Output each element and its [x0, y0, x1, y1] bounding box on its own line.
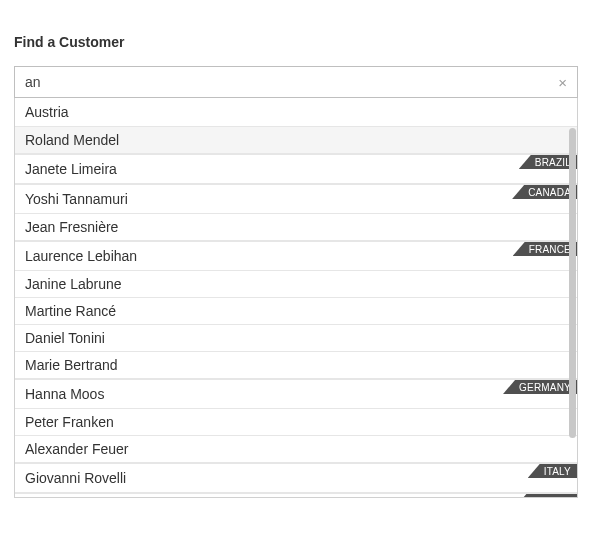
- list-item[interactable]: Jean Fresnière: [15, 214, 577, 241]
- group-header-austria: Austria: [15, 98, 577, 127]
- scrollbar-track[interactable]: [568, 128, 576, 496]
- list-item-label: Janete Limeira: [25, 161, 117, 177]
- list-item-label: Yoshi Tannamuri: [25, 191, 128, 207]
- list-item[interactable]: Roland Mendel: [15, 127, 577, 154]
- group-header: Giovanni Rovelli ITALY: [15, 463, 577, 493]
- list-item[interactable]: Daniel Tonini: [15, 325, 577, 352]
- search-combobox[interactable]: ×: [14, 66, 578, 98]
- field-label: Find a Customer: [14, 34, 578, 50]
- list-item[interactable]: Peter Franken: [15, 409, 577, 436]
- list-item-label: Giovanni Rovelli: [25, 470, 126, 486]
- list-item-label: Hanna Moos: [25, 386, 104, 402]
- list-item-label: Laurence Lebihan: [25, 248, 137, 264]
- list-item[interactable]: Janine Labrune: [15, 271, 577, 298]
- country-ribbon: GERMANY: [503, 380, 577, 394]
- group-header: MEXICO: [15, 493, 577, 497]
- group-header: Janete Limeira BRAZIL: [15, 154, 577, 184]
- group-header: Laurence Lebihan FRANCE: [15, 241, 577, 271]
- search-input[interactable]: [25, 74, 550, 90]
- scrollbar-thumb[interactable]: [569, 128, 576, 438]
- group-header: Yoshi Tannamuri CANADA: [15, 184, 577, 214]
- clear-icon[interactable]: ×: [550, 74, 567, 91]
- list-item[interactable]: Alexander Feuer: [15, 436, 577, 463]
- dropdown-panel: Austria Roland Mendel Janete Limeira BRA…: [14, 98, 578, 498]
- list-item[interactable]: Martine Rancé: [15, 298, 577, 325]
- group-header: Hanna Moos GERMANY: [15, 379, 577, 409]
- dropdown-scroll[interactable]: Austria Roland Mendel Janete Limeira BRA…: [15, 98, 577, 497]
- list-item[interactable]: Marie Bertrand: [15, 352, 577, 379]
